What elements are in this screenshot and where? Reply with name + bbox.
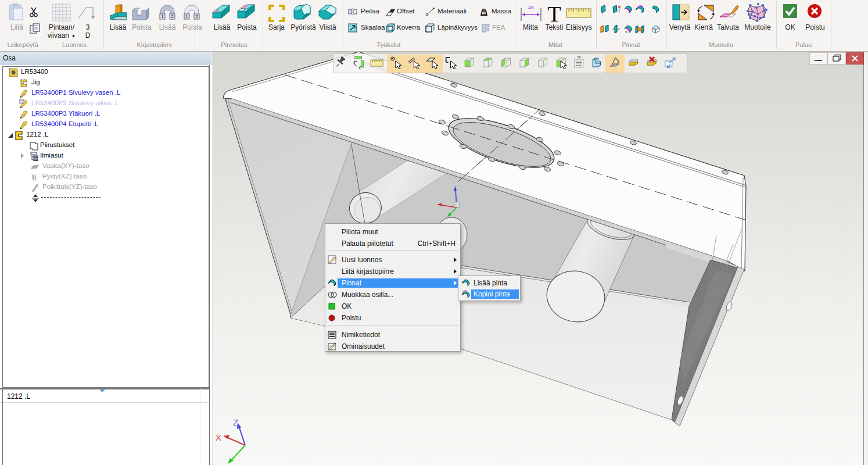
svg-text:1: 1 <box>161 14 164 19</box>
svg-text:45: 45 <box>528 5 534 10</box>
svg-text:Z: Z <box>233 417 238 427</box>
svg-text:X: X <box>216 432 221 442</box>
svg-text:10: 10 <box>482 12 486 15</box>
svg-text:2: 2 <box>195 14 198 19</box>
svg-text:1: 1 <box>185 14 188 19</box>
svg-text:2: 2 <box>171 14 174 19</box>
